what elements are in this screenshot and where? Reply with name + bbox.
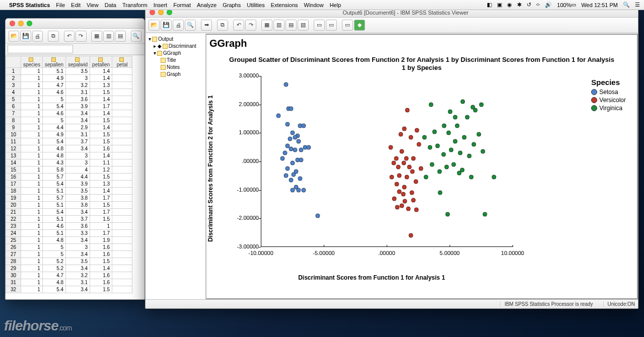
- cell[interactable]: 5: [42, 117, 65, 124]
- cell[interactable]: 1.6: [90, 272, 112, 279]
- cell[interactable]: 3.9: [66, 181, 90, 188]
- goto-var-icon[interactable]: ▥: [103, 31, 114, 42]
- cell[interactable]: 1: [21, 145, 43, 152]
- row-header[interactable]: 3: [6, 82, 21, 89]
- minimize-icon[interactable]: [18, 21, 24, 26]
- cell[interactable]: 1.4: [90, 265, 112, 272]
- menu-format[interactable]: Format: [173, 2, 191, 8]
- row-header[interactable]: 27: [6, 251, 21, 258]
- cell[interactable]: 3.5: [66, 258, 90, 265]
- table-row[interactable]: 2115.43.41.7: [6, 209, 132, 216]
- table-row[interactable]: 27153.41.6: [6, 251, 132, 258]
- row-header[interactable]: 24: [6, 230, 21, 237]
- cell[interactable]: 3.9: [66, 103, 90, 110]
- cell[interactable]: 3.4: [66, 265, 90, 272]
- cell[interactable]: 3.1: [66, 131, 90, 138]
- cell[interactable]: 1.4: [90, 75, 112, 82]
- cell[interactable]: 1: [21, 138, 43, 145]
- row-header[interactable]: 16: [6, 174, 21, 181]
- table-row[interactable]: 714.63.41.4: [6, 110, 132, 117]
- goto-case-icon[interactable]: ▥: [273, 20, 284, 31]
- table-row[interactable]: 2415.13.31.7: [6, 230, 132, 237]
- table-row[interactable]: 2815.23.51.5: [6, 258, 132, 265]
- tree-output[interactable]: ▾ Output: [147, 36, 204, 43]
- table-row[interactable]: 1915.73.81.7: [6, 195, 132, 202]
- cell[interactable]: 1.5: [90, 89, 112, 96]
- cell[interactable]: 1.7: [90, 195, 112, 202]
- save-icon[interactable]: 💾: [161, 20, 172, 31]
- goto-data-icon[interactable]: ▦: [261, 20, 272, 31]
- table-row[interactable]: 3114.83.11.6: [6, 279, 132, 286]
- cell[interactable]: 3.8: [66, 195, 90, 202]
- cell[interactable]: 4.7: [42, 272, 65, 279]
- row-header[interactable]: 25: [6, 237, 21, 244]
- cell[interactable]: 1: [90, 223, 112, 230]
- table-row[interactable]: 2215.13.71.5: [6, 216, 132, 223]
- minimize-icon[interactable]: [158, 10, 164, 15]
- table-row[interactable]: 1314.831.4: [6, 152, 132, 159]
- menu-window[interactable]: Window: [304, 2, 324, 8]
- volume-icon[interactable]: 🔊: [545, 2, 552, 8]
- row-header[interactable]: 2: [6, 75, 21, 82]
- cell[interactable]: 1: [21, 195, 43, 202]
- wifi-icon[interactable]: ⌔: [536, 2, 540, 8]
- outline-tree[interactable]: ▾ Output ▸ ◆ Discriminant ▾ GGraph Title…: [146, 34, 206, 299]
- cell[interactable]: 1: [21, 258, 43, 265]
- print-icon[interactable]: 🖨: [173, 20, 184, 31]
- vars-icon[interactable]: ▤: [285, 20, 297, 31]
- cell[interactable]: 1: [21, 68, 43, 75]
- cell[interactable]: 1.4: [90, 124, 112, 131]
- table-row[interactable]: 2015.13.81.5: [6, 202, 132, 209]
- cell[interactable]: 1.7: [90, 103, 112, 110]
- clock[interactable]: Wed 12:51 PM: [581, 2, 618, 8]
- table-row[interactable]: 115.13.51.4: [6, 68, 132, 75]
- cell[interactable]: 1.1: [90, 159, 112, 166]
- row-header[interactable]: 28: [6, 258, 21, 265]
- menu-view[interactable]: View: [87, 2, 99, 8]
- cell[interactable]: 1: [21, 152, 43, 159]
- row-header[interactable]: 19: [6, 195, 21, 202]
- menu-analyze[interactable]: Analyze: [197, 2, 217, 8]
- cell[interactable]: 3.1: [66, 89, 90, 96]
- tree-ggraph[interactable]: ▾ GGraph: [147, 50, 204, 57]
- cell[interactable]: 3.7: [66, 216, 90, 223]
- row-header[interactable]: 13: [6, 152, 21, 159]
- cell[interactable]: 1: [21, 131, 43, 138]
- menu-data[interactable]: Data: [105, 2, 116, 8]
- cell[interactable]: 5.1: [42, 188, 65, 195]
- cell[interactable]: 1: [21, 251, 43, 258]
- data-editor-titlebar[interactable]: [6, 19, 145, 29]
- cell[interactable]: 3.4: [66, 237, 90, 244]
- table-row[interactable]: 314.73.21.3: [6, 82, 132, 89]
- cell[interactable]: 4.7: [42, 82, 65, 89]
- cell[interactable]: 5.4: [42, 138, 65, 145]
- cell[interactable]: 1: [21, 166, 43, 174]
- tree-discriminant[interactable]: ▸ ◆ Discriminant: [147, 43, 204, 50]
- cell[interactable]: 1.6: [90, 145, 112, 152]
- cell[interactable]: 4.8: [42, 145, 65, 152]
- table-row[interactable]: 1715.43.91.3: [6, 181, 132, 188]
- row-header[interactable]: 32: [6, 286, 21, 293]
- close-icon[interactable]: [150, 10, 155, 15]
- cell[interactable]: 1.3: [90, 181, 112, 188]
- cell[interactable]: 5.8: [42, 166, 65, 174]
- cell[interactable]: 1.5: [90, 117, 112, 124]
- row-header[interactable]: 20: [6, 202, 21, 209]
- data-grid[interactable]: speciessepallensepalwidpetallenpetal115.…: [6, 56, 145, 299]
- show-icon[interactable]: ◆: [354, 20, 365, 31]
- cell[interactable]: 1.6: [90, 244, 112, 251]
- cell[interactable]: 1: [21, 96, 43, 103]
- menu-extensions[interactable]: Extensions: [271, 2, 298, 8]
- cell[interactable]: 3.4: [66, 209, 90, 216]
- menu-insert[interactable]: Insert: [154, 2, 168, 8]
- table-row[interactable]: 1014.93.11.5: [6, 131, 132, 138]
- row-header[interactable]: 18: [6, 188, 21, 195]
- undo-icon[interactable]: ↶: [64, 31, 75, 42]
- find-icon[interactable]: 🔍: [131, 31, 141, 42]
- cell[interactable]: 5.2: [42, 265, 65, 272]
- column-header[interactable]: petallen: [90, 56, 112, 68]
- table-row[interactable]: 3215.43.41.5: [6, 286, 132, 293]
- row-header[interactable]: 22: [6, 216, 21, 223]
- cell[interactable]: 3.7: [66, 138, 90, 145]
- cell[interactable]: 3.3: [66, 230, 90, 237]
